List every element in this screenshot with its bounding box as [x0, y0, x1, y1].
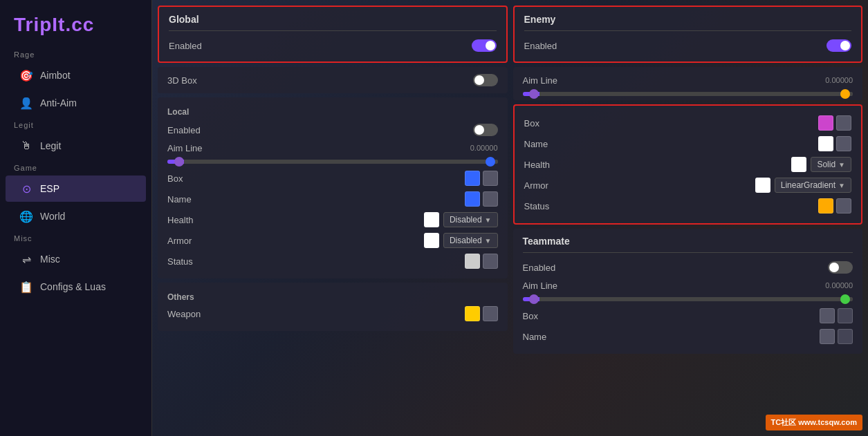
section-label-misc: Misc	[0, 230, 151, 245]
local-armor-swatch[interactable]	[424, 233, 439, 248]
weapon-label: Weapon	[167, 309, 201, 319]
aimbot-icon: 🎯	[19, 68, 33, 82]
local-health-swatch[interactable]	[424, 212, 439, 227]
local-health-label: Health	[167, 215, 194, 225]
local-name-row: Name	[167, 189, 498, 209]
enemy-name-swatches	[818, 136, 851, 151]
local-box-color1[interactable]	[465, 171, 480, 186]
local-name-color2[interactable]	[483, 191, 498, 207]
enemy-status-color1[interactable]	[818, 198, 833, 214]
sidebar-item-anti-aim[interactable]: 👤 Anti-Aim	[6, 90, 146, 116]
misc-icon: ⇌	[19, 252, 33, 266]
teammate-aimline-value: 0.00000	[825, 281, 853, 290]
local-status-row: Status	[167, 251, 498, 272]
sidebar-item-misc[interactable]: ⇌ Misc	[6, 246, 146, 272]
local-box-row: Box	[167, 168, 498, 189]
global-header: Global	[169, 14, 497, 31]
enemy-name-label: Name	[524, 139, 548, 149]
sidebar-item-aimbot[interactable]: 🎯 Aimbot	[6, 62, 146, 88]
sidebar-item-world[interactable]: 🌐 World	[6, 203, 146, 229]
enemy-top-panel: Enemy Enabled	[513, 6, 863, 63]
teammate-name-color2[interactable]	[838, 329, 853, 344]
configs-icon: 📋	[19, 280, 33, 294]
global-enabled-row: Enabled	[169, 37, 497, 55]
sidebar-item-esp[interactable]: ⊙ ESP	[6, 176, 146, 202]
anti-aim-icon: 👤	[19, 96, 33, 110]
sidebar-item-label-misc: Misc	[40, 254, 60, 265]
3dbox-toggle[interactable]	[473, 74, 498, 86]
section-label-legit: Legit	[0, 117, 151, 132]
3dbox-label: 3D Box	[167, 75, 197, 86]
legit-icon: 🖱	[19, 139, 33, 153]
enemy-aimline-panel: Aim Line 0.00000	[513, 67, 863, 100]
teammate-name-row: Name	[523, 326, 853, 347]
local-health-dropdown-value: Disabled	[450, 215, 482, 225]
teammate-aimline-slider[interactable]	[523, 297, 853, 301]
local-status-swatches	[465, 254, 498, 269]
global-3dbox-panel: 3D Box	[158, 67, 508, 93]
enemy-status-color2[interactable]	[836, 198, 851, 214]
local-status-label: Status	[167, 256, 193, 267]
enemy-health-dropdown-value: Solid	[817, 160, 835, 169]
local-status-color2[interactable]	[483, 254, 498, 269]
enemy-enabled-label: Enabled	[524, 41, 557, 51]
enemy-armor-swatch[interactable]	[755, 178, 770, 193]
enemy-box-color2[interactable]	[836, 115, 851, 131]
world-icon: 🌐	[19, 209, 33, 223]
sidebar: TripIt.cc Rage 🎯 Aimbot 👤 Anti-Aim Legit…	[0, 0, 152, 436]
local-name-color1[interactable]	[465, 191, 480, 207]
dropdown-arrow-armor-icon: ▼	[485, 237, 492, 245]
sidebar-item-label-aimbot: Aimbot	[40, 70, 71, 81]
watermark: TC社区 www.tcsqw.com	[766, 415, 862, 430]
local-enabled-label: Enabled	[167, 125, 201, 135]
local-status-color1[interactable]	[465, 254, 480, 269]
teammate-enabled-label: Enabled	[523, 263, 556, 273]
sidebar-item-configs[interactable]: 📋 Configs & Luas	[6, 274, 146, 300]
local-name-swatches	[465, 191, 498, 207]
enemy-name-color1[interactable]	[818, 136, 833, 151]
global-enabled-label: Enabled	[169, 41, 202, 51]
local-aimline-slider[interactable]	[167, 160, 498, 164]
teammate-enabled-row: Enabled	[523, 258, 853, 276]
teammate-box-color1[interactable]	[820, 308, 835, 323]
teammate-panel: Teammate Enabled Aim Line 0.00000	[513, 229, 863, 354]
enemy-armor-dropdown[interactable]: LinearGradient ▼	[775, 178, 851, 193]
local-box-color2[interactable]	[483, 171, 498, 186]
enemy-name-color2[interactable]	[836, 136, 851, 151]
enemy-health-label: Health	[524, 160, 551, 170]
teammate-aimline-label: Aim Line	[523, 281, 558, 291]
enemy-aimline-value: 0.00000	[825, 76, 853, 84]
teammate-enabled-toggle[interactable]	[828, 261, 853, 274]
enemy-armor-dropdown-value: LinearGradient	[781, 180, 835, 190]
enemy-status-label: Status	[524, 201, 550, 211]
enemy-health-dropdown[interactable]: Solid ▼	[811, 157, 851, 172]
enemy-aimline-slider[interactable]	[523, 92, 853, 96]
right-column: Enemy Enabled Aim Line 0.00000	[513, 6, 863, 430]
weapon-color2[interactable]	[483, 306, 498, 321]
sidebar-item-label-legit: Legit	[40, 140, 61, 151]
local-armor-dropdown[interactable]: Disabled ▼	[443, 233, 498, 248]
enemy-box-panel: Box Name Health	[513, 104, 863, 225]
left-column: Global Enabled 3D Box Local	[158, 6, 508, 430]
sidebar-item-label-world: World	[40, 211, 65, 222]
esp-icon: ⊙	[19, 182, 33, 196]
weapon-color1[interactable]	[465, 306, 480, 321]
local-aimline-row: Aim Line 0.00000	[167, 139, 498, 157]
teammate-box-color2[interactable]	[838, 308, 853, 323]
enemy-armor-row: Armor LinearGradient ▼	[524, 175, 852, 196]
main-content: Global Enabled 3D Box Local	[152, 0, 868, 436]
enemy-enabled-toggle[interactable]	[827, 39, 851, 52]
section-label-rage: Rage	[0, 46, 151, 61]
local-health-dropdown[interactable]: Disabled ▼	[443, 212, 498, 227]
enemy-box-swatches	[818, 115, 851, 131]
enemy-status-swatches	[818, 198, 851, 214]
enemy-box-color1[interactable]	[818, 115, 833, 131]
sidebar-item-legit[interactable]: 🖱 Legit	[6, 133, 146, 159]
local-panel: Local Enabled Aim Line 0.00000	[158, 97, 508, 278]
teammate-name-label: Name	[523, 332, 547, 342]
teammate-name-color1[interactable]	[820, 329, 835, 344]
global-enabled-toggle[interactable]	[472, 39, 497, 52]
enemy-health-swatch[interactable]	[791, 157, 806, 172]
local-enabled-row: Enabled	[167, 121, 498, 139]
local-enabled-toggle[interactable]	[473, 124, 498, 136]
